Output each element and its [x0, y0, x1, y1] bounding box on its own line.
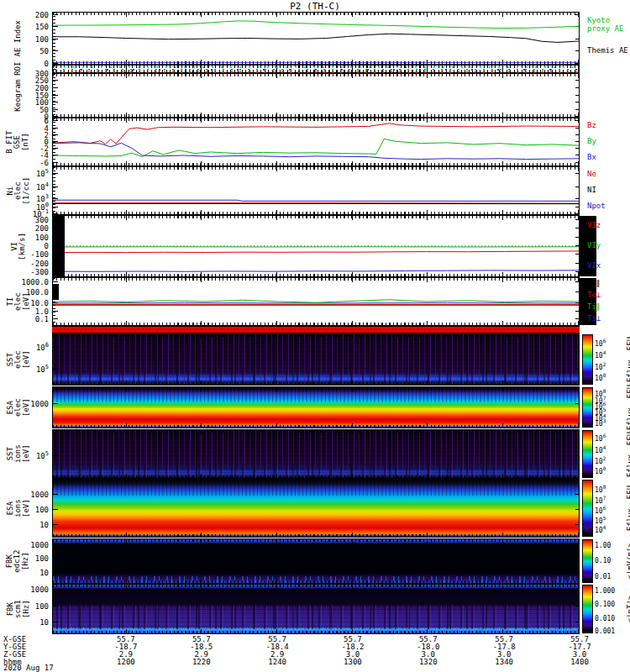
x-major-tick [502, 579, 503, 583]
panel-fbk_b: 100010010FBK scm1 [Hz]1.0000.1000.0100.0… [52, 584, 580, 634]
y-axis-label-keo: Keogram [3, 74, 34, 117]
y-axis-label-bfit: B FIT GSE [nT] [3, 118, 34, 165]
series-plot-ae [53, 13, 579, 64]
colorbar-tick-label: 107 [595, 496, 606, 504]
y-major-tick [53, 606, 58, 606]
x-major-tick [352, 585, 353, 589]
x-major-tick [427, 533, 428, 537]
x-minor-ticks-top [53, 74, 579, 76]
y-tick-label: 100 [35, 35, 49, 44]
panel-keo: 300250200150100500Keogram [52, 73, 580, 118]
x-major-tick [126, 629, 127, 633]
y-tick-label: 104 [36, 183, 49, 192]
right-line-labels: Kyoto proxy AEThemis AE [587, 13, 630, 64]
roi-cyan-dots [55, 66, 577, 68]
y-tick-label: 50 [39, 47, 49, 55]
y-tick-label: 10 [39, 521, 49, 529]
y-tick-label: 1000.0 [21, 278, 49, 286]
x-major-tick [276, 629, 277, 633]
x-major-tick [578, 423, 579, 428]
colorbar-unit-label: <|nT|> [622, 585, 630, 633]
line-label-ae-0: Kyoto proxy AE [587, 17, 623, 34]
x-major-tick [352, 113, 353, 117]
colorbar-tick-label: 100 [595, 375, 606, 382]
x-major-tick [578, 68, 579, 72]
x-major-tick [201, 381, 202, 385]
x-major-tick [126, 113, 127, 117]
x-major-tick [502, 474, 503, 478]
x-major-tick [352, 381, 353, 385]
x-major-tick [427, 539, 428, 543]
y-major-tick [53, 509, 58, 510]
colorbar-tick-label: 0.001 [595, 627, 615, 635]
x-major-tick [201, 629, 202, 633]
line-label-vi-2: VIx [587, 262, 601, 270]
x-major-tick [427, 113, 428, 117]
line-label-vi-0: VIz [587, 222, 601, 230]
y-major-tick [575, 544, 579, 545]
colorbar-tick-label: 0.01 [595, 572, 611, 580]
y-axis-label-text: ROI [14, 62, 22, 76]
series-line-bz [53, 123, 579, 144]
x-major-tick [201, 539, 202, 543]
noise-texture [53, 334, 579, 385]
x-major-tick [276, 430, 277, 434]
series-plot-vi [53, 216, 579, 276]
x-major-tick [201, 430, 202, 434]
line-label-bfit-0: Bz [587, 122, 596, 130]
x-major-tick [502, 113, 503, 117]
x-major-tick [276, 74, 277, 78]
colorbar-unit-label: Eflux, EFU [622, 388, 630, 427]
x-major-tick [126, 539, 127, 543]
x-major-tick [502, 381, 503, 385]
y-tick-label: 100 [35, 234, 49, 242]
x-major-tick [352, 430, 353, 434]
x-major-tick [427, 430, 428, 434]
colorbar-unit-text: Eflux, EFU [626, 486, 630, 531]
data-gap-bar [53, 216, 65, 276]
right-line-labels: NeNINpot [587, 167, 630, 214]
y-major-tick [575, 403, 579, 404]
x-major-tick [578, 381, 579, 385]
y-tick-label: 200 [35, 11, 49, 19]
x-major-tick [578, 74, 579, 78]
x-major-tick [578, 474, 579, 478]
y-major-tick [53, 524, 58, 525]
x-minor-ticks-top [53, 430, 579, 433]
x-major-tick [201, 74, 202, 78]
right-line-labels: VIzVIyVIx [587, 216, 630, 276]
y-tick-label: 1000 [30, 585, 49, 594]
series-plot-ni [53, 167, 579, 214]
colorbar-tick-label: 100 [595, 468, 606, 475]
colorbar-tick-label: 104 [595, 527, 606, 534]
line-label-ni-2: Npot [587, 202, 606, 211]
colorbar-tick-label: 0.100 [595, 601, 615, 608]
panel-ti: 1000.0100.010.01.00.1TI elec [eV]Te∥Te⊥T… [52, 277, 580, 326]
y-axis-label-text: SST elec [eV] [7, 350, 30, 369]
x-major-tick [502, 533, 503, 537]
line-label-ti-1: Te⊥ [587, 291, 601, 300]
colorbar-tick-label: 106 [595, 435, 606, 443]
y-major-tick [53, 116, 58, 117]
plot-root: P2 (TH-C) 200150100500AE IndexKyoto prox… [0, 0, 630, 672]
y-major-tick [53, 73, 58, 74]
x-major-tick [578, 334, 579, 339]
colorbar-unit-label: Eflux, EFU [622, 335, 630, 384]
y-tick-label: 150 [35, 23, 49, 31]
colorbar-esa_i: 108107106105104Eflux, EFU [582, 480, 593, 537]
x-minor-ticks-top [53, 480, 579, 482]
y-axis-label-ni: Ni elec [1/cc] [3, 167, 34, 214]
x-major-tick [201, 480, 202, 484]
colorbar-unit-label: Eflux, EFU [622, 431, 630, 477]
y-axis-label-fbk_b: FBK scm1 [Hz] [3, 585, 34, 633]
y-major-tick [53, 494, 58, 495]
colorbar-tick-label: 1.00 [595, 542, 611, 549]
noise-texture [53, 430, 579, 478]
x-major-tick [276, 113, 277, 117]
x-major-tick [502, 74, 503, 78]
y-major-tick [575, 509, 579, 510]
colorbar-tick-label: 106 [595, 507, 606, 515]
ephemeris-row-label: hhmm [3, 658, 22, 666]
data-gap-bar [53, 284, 59, 301]
x-major-tick [578, 579, 579, 583]
